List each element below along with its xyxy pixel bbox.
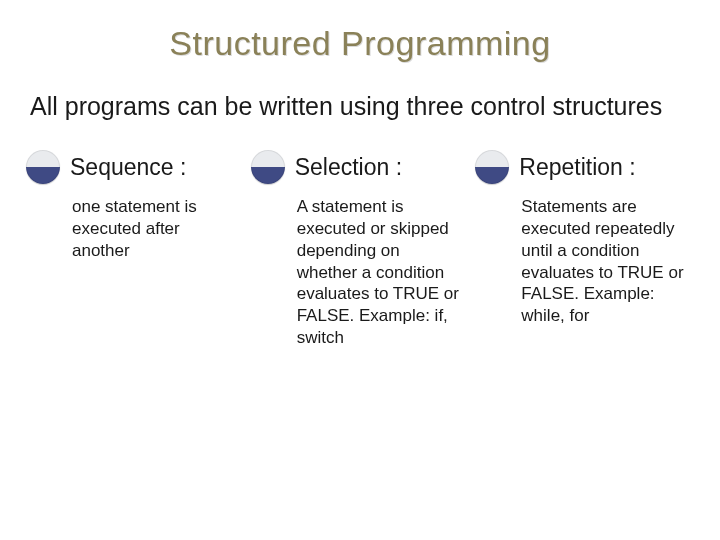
slide-title: Structured Programming	[28, 24, 692, 63]
column-title: Repetition :	[519, 154, 635, 181]
slide: Structured Programming All programs can …	[0, 0, 720, 349]
column-body: A statement is executed or skipped depen…	[255, 196, 468, 348]
bullet-icon	[475, 150, 509, 184]
columns: Sequence : one statement is executed aft…	[28, 150, 692, 348]
column-selection: Selection : A statement is executed or s…	[255, 150, 468, 348]
column-sequence: Sequence : one statement is executed aft…	[30, 150, 243, 348]
column-title: Sequence :	[70, 154, 186, 181]
bullet-icon	[251, 150, 285, 184]
column-body: Statements are executed repeatedly until…	[479, 196, 692, 327]
column-repetition: Repetition : Statements are executed rep…	[479, 150, 692, 348]
column-body: one statement is executed after another	[30, 196, 243, 261]
bullet-icon	[26, 150, 60, 184]
column-title: Selection :	[295, 154, 402, 181]
column-header: Repetition :	[479, 150, 692, 184]
column-header: Sequence :	[30, 150, 243, 184]
intro-text: All programs can be written using three …	[30, 91, 692, 122]
column-header: Selection :	[255, 150, 468, 184]
